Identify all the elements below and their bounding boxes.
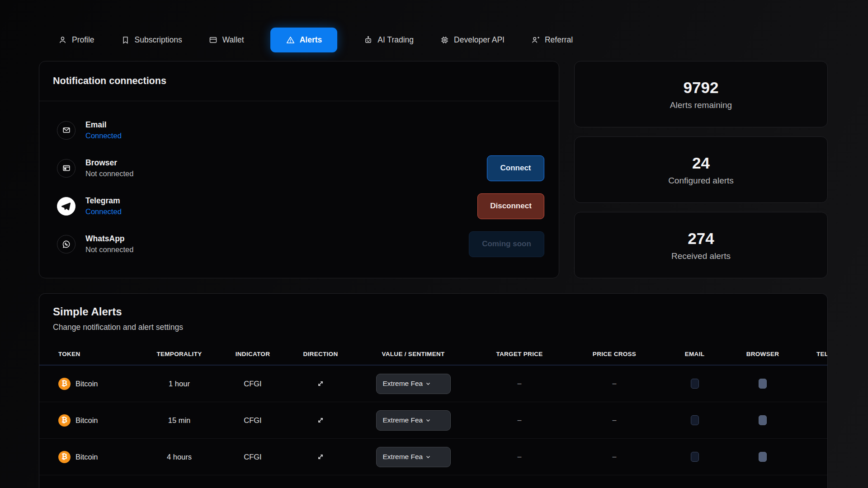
robot-icon [363, 35, 373, 45]
token-cell: ₿ Bitcoin [58, 414, 140, 427]
token-name: Bitcoin [75, 380, 98, 388]
token-name: Bitcoin [75, 416, 98, 425]
bitcoin-icon: ₿ [58, 451, 71, 463]
wallet-icon [208, 35, 218, 45]
email-checkbox[interactable] [691, 379, 699, 389]
connection-row-browser: Browser Not connected Connect [39, 149, 559, 187]
temporality-cell: 15 min [140, 416, 219, 425]
simple-alerts-header: Simple Alerts Change notification and al… [39, 294, 827, 332]
price-cross-cell: – [567, 416, 662, 424]
tab-ai-trading[interactable]: AI Trading [363, 35, 414, 45]
direction-both-icon [316, 452, 326, 462]
bookmark-icon [121, 35, 130, 45]
col-header-direction: DIRECTION [287, 351, 354, 357]
connection-name: WhatsApp [85, 234, 133, 244]
connect-button[interactable]: Connect [487, 155, 544, 181]
alert-row: ₿ Bitcoin 15 min CFGI Extreme Fea – – [39, 402, 827, 439]
col-header-price-cross: PRICE CROSS [567, 351, 662, 357]
tab-developer-api[interactable]: Developer API [440, 35, 505, 45]
notification-connections-header: Notification connections [39, 61, 559, 101]
alert-row: ₿ Bitcoin 1 hour CFGI Extreme Fea – – [39, 366, 827, 402]
connection-text: WhatsApp Not connected [85, 234, 133, 254]
telegram-icon [57, 197, 75, 216]
col-header-target-price: TARGET PRICE [472, 351, 567, 357]
col-header-telegram: TELEGRAM [798, 351, 828, 357]
direction-both-icon [316, 415, 326, 425]
coming-soon-button: Coming soon [469, 231, 544, 257]
sentiment-dropdown-value: Extreme Fea [383, 416, 423, 424]
value-sentiment-cell: Extreme Fea [354, 447, 472, 467]
browser-icon [57, 159, 75, 178]
token-cell: ₿ Bitcoin [58, 451, 140, 463]
sentiment-dropdown-value: Extreme Fea [383, 380, 423, 388]
temporality-cell: 1 hour [140, 380, 219, 388]
top-nav: Profile Subscriptions Wallet Alerts AI T… [58, 25, 573, 54]
direction-both-icon [316, 379, 326, 389]
tab-label: Referral [545, 35, 573, 45]
indicator-cell: CFGI [219, 453, 287, 461]
tab-wallet[interactable]: Wallet [208, 35, 244, 45]
temporality-cell: 4 hours [140, 453, 219, 461]
notification-connections-card: Notification connections Email Connected… [39, 61, 559, 278]
price-cross-cell: – [567, 380, 662, 388]
col-header-browser: BROWSER [727, 351, 798, 357]
tab-label: Developer API [454, 35, 505, 45]
browser-checkbox[interactable] [759, 452, 767, 462]
target-price-cell: – [472, 453, 567, 461]
connection-status: Not connected [85, 169, 133, 178]
price-cross-cell: – [567, 453, 662, 461]
connection-name: Telegram [85, 196, 122, 206]
connection-row-telegram: Telegram Connected Disconnect [39, 187, 559, 225]
col-header-value-sentiment: VALUE / SENTIMENT [354, 351, 472, 357]
browser-checkbox-cell [727, 452, 798, 462]
configured-alerts-value: 24 [692, 154, 710, 172]
whatsapp-icon [57, 235, 75, 253]
configured-alerts-label: Configured alerts [668, 176, 734, 186]
tab-label: Alerts [300, 35, 322, 45]
sentiment-dropdown[interactable]: Extreme Fea [376, 447, 451, 467]
connection-text: Telegram Connected [85, 196, 122, 216]
email-checkbox[interactable] [691, 452, 699, 462]
token-name: Bitcoin [75, 453, 98, 461]
connection-text: Browser Not connected [85, 158, 133, 178]
chevron-down-icon [425, 381, 431, 386]
browser-checkbox-cell [727, 415, 798, 425]
alerts-table-header-row: TOKEN TEMPORALITY INDICATOR DIRECTION VA… [39, 343, 827, 366]
direction-cell [287, 379, 354, 389]
connection-name: Email [85, 120, 122, 130]
tab-referral[interactable]: Referral [531, 35, 573, 45]
col-header-indicator: INDICATOR [219, 351, 287, 357]
browser-checkbox[interactable] [759, 379, 767, 389]
tab-label: Subscriptions [135, 35, 182, 45]
disconnect-button[interactable]: Disconnect [477, 193, 544, 219]
alerts-remaining-card: 9792 Alerts remaining [574, 61, 828, 127]
indicator-cell: CFGI [219, 416, 287, 425]
sentiment-dropdown[interactable]: Extreme Fea [376, 374, 451, 394]
tab-subscriptions[interactable]: Subscriptions [121, 35, 182, 45]
tab-alerts[interactable]: Alerts [270, 28, 338, 52]
connection-row-email: Email Connected [39, 111, 559, 149]
email-checkbox[interactable] [691, 415, 699, 425]
simple-alerts-title: Simple Alerts [53, 305, 827, 318]
connection-text: Email Connected [85, 120, 122, 140]
alert-row: ₿ Bitcoin 4 hours CFGI Extreme Fea – – [39, 439, 827, 475]
alerts-table: TOKEN TEMPORALITY INDICATOR DIRECTION VA… [39, 343, 827, 475]
simple-alerts-subtitle: Change notification and alert settings [53, 323, 827, 332]
value-sentiment-cell: Extreme Fea [354, 374, 472, 394]
tab-profile[interactable]: Profile [58, 35, 94, 45]
cpu-icon [440, 35, 449, 45]
bitcoin-icon: ₿ [58, 378, 71, 390]
simple-alerts-card: Simple Alerts Change notification and al… [39, 293, 828, 488]
connection-status: Connected [85, 131, 122, 140]
col-header-email: EMAIL [662, 351, 727, 357]
chevron-down-icon [425, 418, 431, 423]
tab-label: Wallet [222, 35, 244, 45]
col-header-temporality: TEMPORALITY [140, 351, 219, 357]
direction-cell [287, 452, 354, 462]
tab-label: Profile [72, 35, 94, 45]
sentiment-dropdown[interactable]: Extreme Fea [376, 410, 451, 431]
user-icon [58, 35, 67, 45]
col-header-token: TOKEN [58, 351, 140, 357]
browser-checkbox[interactable] [759, 415, 767, 425]
bitcoin-icon: ₿ [58, 414, 71, 427]
